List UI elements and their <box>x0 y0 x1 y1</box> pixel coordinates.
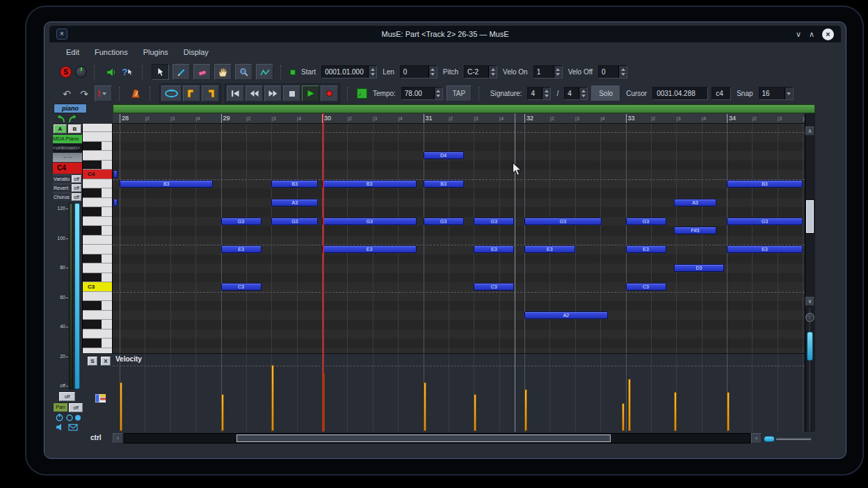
tool-zoom[interactable] <box>235 64 252 80</box>
midi-thru-knob-icon[interactable] <box>75 66 87 78</box>
piano-key-white[interactable] <box>83 348 113 354</box>
vertical-scrollbar-thumb[interactable] <box>806 200 814 233</box>
midi-note[interactable]: B3 <box>120 180 213 188</box>
tempo-spinbox[interactable]: 78.00 <box>401 87 443 100</box>
midi-note[interactable]: G3 <box>524 218 602 225</box>
scroll-left-button[interactable]: ‹ <box>113 433 123 444</box>
ctrl-lane-label[interactable]: ctrl <box>90 434 102 441</box>
scroll-right-button[interactable]: › <box>751 433 762 444</box>
tool-eraser[interactable] <box>193 64 211 80</box>
piano-key-white[interactable] <box>83 132 113 142</box>
midi-note[interactable]: C3 <box>221 283 262 291</box>
whats-this-button[interactable]: ? <box>121 65 135 79</box>
scroll-up-button[interactable]: ∧ <box>805 127 814 136</box>
titlebar[interactable]: × MusE: Part <Track 2> 26-35 — MusE ∨ ∧ … <box>49 26 841 42</box>
patch-name[interactable]: <unknown> <box>53 144 82 152</box>
velocity-close-button[interactable]: X <box>101 357 111 366</box>
piano-key-highlighted[interactable]: C4 <box>83 170 113 179</box>
piano-key-white[interactable] <box>83 263 113 273</box>
velocity-bar[interactable] <box>271 365 274 431</box>
midi-note[interactable]: D4 <box>424 152 464 159</box>
spinner-arrows-icon[interactable] <box>368 66 376 78</box>
punch-out-button[interactable] <box>202 86 219 101</box>
midi-note[interactable]: E3 <box>474 245 514 253</box>
snap-combobox[interactable]: 16 <box>759 87 794 100</box>
instrument-name[interactable]: MDA Piano <box>53 135 82 143</box>
piano-key-white[interactable] <box>83 124 113 132</box>
forward-button[interactable] <box>264 86 282 101</box>
velocity-bar[interactable] <box>628 379 631 431</box>
spinner-arrows-icon[interactable] <box>554 66 562 78</box>
spinner-arrows-icon[interactable] <box>618 66 627 78</box>
midi-note[interactable]: E3 <box>524 245 575 253</box>
punch-in-button[interactable] <box>183 86 200 101</box>
velocity-bar[interactable] <box>727 392 730 431</box>
midi-note[interactable]: D3 <box>674 264 725 272</box>
power-icon[interactable] <box>55 413 64 422</box>
piano-key-black[interactable] <box>83 254 113 264</box>
vertical-zoom-knob[interactable] <box>805 313 814 322</box>
midi-note[interactable]: B3 <box>271 180 318 188</box>
piano-key-white[interactable] <box>83 217 113 227</box>
start-spinbox[interactable]: 0001.01.000 <box>321 65 377 79</box>
variation-control-row[interactable]: Variatio off <box>53 174 82 183</box>
step-record-led-icon[interactable] <box>290 70 296 75</box>
piano-key-white[interactable] <box>83 198 113 208</box>
velocity-bar[interactable] <box>674 392 677 431</box>
velocity-lane[interactable] <box>113 353 805 432</box>
pan-off-button[interactable]: off <box>69 403 83 412</box>
piano-key-white[interactable] <box>83 236 113 245</box>
len-spinbox[interactable]: 0 <box>400 65 437 79</box>
next-part-arrow-icon[interactable] <box>68 114 78 124</box>
close-button[interactable]: × <box>822 29 834 40</box>
piano-key-black[interactable] <box>83 142 113 152</box>
midi-note[interactable]: G3 <box>474 218 514 225</box>
dot-icon[interactable] <box>74 413 82 422</box>
vertical-zoom-slider[interactable] <box>807 332 813 361</box>
menu-functions[interactable]: Functions <box>87 44 136 61</box>
velo-off-spinbox[interactable]: 0 <box>598 65 627 79</box>
stop-button[interactable] <box>283 86 300 101</box>
tool-draw-line[interactable] <box>256 64 273 80</box>
velocity-slider-bar[interactable] <box>74 203 80 389</box>
midi-note[interactable]: E3 <box>221 245 262 253</box>
velocity-bar[interactable] <box>474 394 476 431</box>
midi-note[interactable]: G3 <box>727 218 803 225</box>
velo-on-spinbox[interactable]: 1 <box>533 65 563 79</box>
spinner-arrows-icon[interactable] <box>542 88 550 99</box>
shade-button[interactable]: ∨ <box>796 30 801 39</box>
midi-note[interactable]: A3 <box>271 199 318 206</box>
solo-button[interactable]: Solo <box>591 86 620 101</box>
piano-key-black[interactable] <box>83 161 113 170</box>
part-solo-icon[interactable]: S <box>60 66 72 78</box>
menu-display[interactable]: Display <box>176 44 216 61</box>
envelope-icon[interactable] <box>68 423 78 432</box>
midi-note[interactable]: E3 <box>727 245 803 253</box>
midi-note[interactable]: E3 <box>626 245 666 253</box>
piano-key-black[interactable] <box>83 339 113 348</box>
piano-key-white[interactable] <box>83 151 113 161</box>
maximize-button[interactable]: ∧ <box>809 30 814 39</box>
variation-off-button[interactable]: off <box>72 175 81 183</box>
piano-key-white[interactable] <box>83 179 113 189</box>
midi-note[interactable]: G3 <box>626 218 666 225</box>
horizontal-zoom-groove[interactable] <box>776 438 811 440</box>
midi-note[interactable]: A3 <box>674 199 717 206</box>
midi-note[interactable] <box>113 199 118 206</box>
play-button[interactable] <box>302 86 319 101</box>
tool-pencil[interactable] <box>172 64 190 80</box>
controller-select-icon[interactable] <box>95 393 107 404</box>
speaker-button[interactable] <box>104 65 118 79</box>
midi-note[interactable]: G3 <box>322 218 417 225</box>
spinner-arrows-icon[interactable] <box>488 66 497 78</box>
menu-plugins[interactable]: Plugins <box>136 44 176 61</box>
velocity-bar[interactable] <box>424 382 426 431</box>
midi-note[interactable]: C3 <box>474 283 514 291</box>
midi-note[interactable]: E3 <box>322 245 417 253</box>
tool-pan-hand[interactable] <box>214 64 232 80</box>
combo-arrow-icon[interactable] <box>785 88 793 99</box>
piano-key-black[interactable] <box>83 301 113 311</box>
spinner-arrows-icon[interactable] <box>579 88 587 99</box>
piano-key-highlighted[interactable]: C3 <box>83 282 113 292</box>
piano-key-black[interactable] <box>83 320 113 330</box>
